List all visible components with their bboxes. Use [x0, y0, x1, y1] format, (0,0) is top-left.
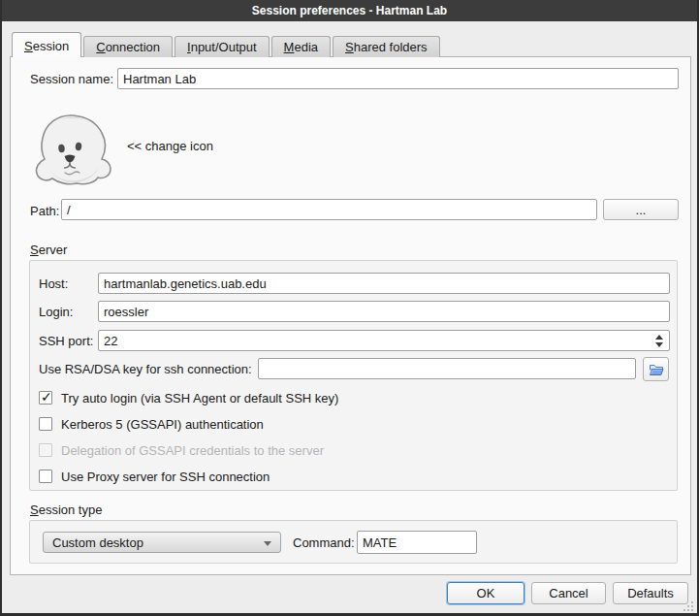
session-name-input[interactable] [117, 68, 679, 89]
checkbox-row-3[interactable]: Use Proxy server for SSH connection [39, 469, 270, 484]
seal-icon [29, 113, 118, 186]
spin-up-icon[interactable] [655, 335, 663, 340]
login-label: Login: [39, 305, 73, 319]
checkbox-row-1[interactable]: Kerberos 5 (GSSAPI) authentication [39, 416, 264, 432]
rsa-key-browse-button[interactable] [643, 357, 669, 381]
change-icon-link[interactable]: << change icon [127, 139, 213, 153]
defaults-button[interactable]: Defaults [613, 582, 688, 604]
checkbox-row-2: Delegation of GSSAPI credentials to the … [39, 442, 324, 458]
session-tab-page: Session name: << change icon Path: ... S… [10, 56, 691, 575]
ok-button[interactable]: OK [447, 582, 524, 604]
checkbox-gssapi-delegation [39, 443, 52, 457]
checkbox-proxy[interactable] [39, 470, 52, 483]
spin-buttons[interactable] [653, 330, 665, 351]
window-title: Session preferences - Hartman Lab [252, 4, 447, 17]
session-preferences-dialog: Session preferences - Hartman Lab Sessio… [0, 0, 699, 616]
spin-down-icon[interactable] [655, 342, 663, 347]
titlebar[interactable]: Session preferences - Hartman Lab [2, 0, 697, 21]
tab-session[interactable]: Session [12, 32, 81, 57]
chevron-down-icon [264, 541, 271, 546]
checkbox-kerberos[interactable] [39, 417, 52, 431]
cancel-button[interactable]: Cancel [531, 582, 606, 604]
resize-grip[interactable] [682, 600, 694, 612]
host-input[interactable] [98, 273, 670, 294]
path-input[interactable] [61, 199, 597, 220]
server-group-label: Server [30, 243, 67, 257]
tab-shared-folders[interactable]: Shared folders [333, 36, 440, 57]
session-name-label: Session name: [30, 72, 113, 86]
path-label: Path: [30, 204, 59, 218]
session-type-group-label: Session type [30, 503, 102, 517]
rsa-key-label: Use RSA/DSA key for ssh connection: [39, 362, 252, 376]
host-label: Host: [39, 276, 68, 291]
login-input[interactable] [98, 301, 670, 322]
checkbox-auto-login[interactable] [39, 391, 52, 405]
session-type-group: Custom desktop Command: [29, 520, 678, 564]
ssh-port-input[interactable] [98, 330, 670, 351]
command-label: Command: [293, 535, 355, 550]
ssh-port-label: SSH port: [39, 334, 93, 348]
command-input[interactable] [357, 531, 477, 554]
tab-bar: Session Connection Input/Output Media Sh… [12, 32, 442, 57]
server-group: Host: Login: SSH port: Use RSA/DSA key f… [29, 260, 678, 491]
checkbox-row-0[interactable]: Try auto login (via SSH Agent or default… [39, 390, 338, 405]
ssh-port-stepper[interactable] [98, 330, 670, 351]
session-icon [29, 113, 118, 186]
rsa-key-input[interactable] [258, 358, 636, 379]
folder-open-icon [649, 363, 664, 376]
tab-input-output[interactable]: Input/Output [175, 36, 270, 57]
browse-path-button[interactable]: ... [603, 199, 679, 220]
session-type-dropdown[interactable]: Custom desktop [43, 532, 281, 553]
tab-media[interactable]: Media [271, 36, 331, 57]
tab-connection[interactable]: Connection [83, 36, 173, 57]
